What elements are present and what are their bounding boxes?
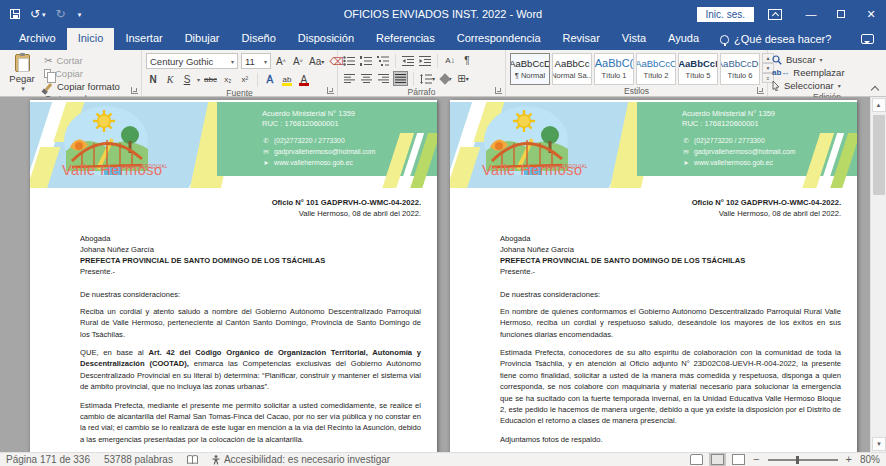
style-item[interactable]: AaBbCcD¶ Normal [510, 53, 550, 85]
phone-number: (02)2773220 / 2773300 [274, 136, 345, 147]
increase-indent-icon[interactable] [418, 53, 432, 68]
tab-disposición[interactable]: Disposición [287, 28, 365, 50]
letterhead: Valle Hermoso GAD PARROQUIAL Acuerdo Min… [30, 102, 437, 188]
zoom-out-icon[interactable]: − [753, 454, 759, 465]
oficio-date: Valle Hermoso, 08 de abril del 2022. [500, 208, 841, 219]
zoom-in-icon[interactable]: + [846, 454, 852, 465]
highlight-color-button[interactable]: ab [280, 72, 294, 87]
scissors-icon: ✂ [44, 56, 52, 66]
style-item[interactable]: AaBbCcNormal Sa... [552, 53, 592, 85]
document-page[interactable]: Valle Hermoso GAD PARROQUIAL Acuerdo Min… [30, 100, 437, 452]
justify-icon[interactable] [393, 71, 408, 86]
tab-revisar[interactable]: Revisar [552, 28, 611, 50]
tab-vista[interactable]: Vista [611, 28, 657, 50]
style-item[interactable]: AaBbC(Título 1 [594, 53, 634, 85]
email-icon: ✉ [262, 147, 270, 157]
vertical-scrollbar[interactable]: ▲ ▼ [870, 97, 886, 452]
tab-correspondencia[interactable]: Correspondencia [446, 28, 552, 50]
read-mode-icon[interactable] [690, 454, 703, 465]
tab-dibujar[interactable]: Dibujar [174, 28, 231, 50]
style-item[interactable]: AaBbCcITítulo 5 [678, 53, 718, 85]
font-family-select[interactable]: Century Gothic▾ [146, 53, 238, 69]
lightbulb-icon [720, 35, 729, 44]
word-count[interactable]: 53788 palabras [104, 454, 173, 465]
numbering-icon[interactable] [359, 53, 373, 68]
font-size-select[interactable]: 11▾ [241, 53, 271, 69]
paragraph-group: A↓ ¶ ▾ ▾ ⊞▾ Párrafo [338, 50, 506, 96]
web-icon: ➤ [262, 158, 270, 168]
sort-icon[interactable]: A↓ [443, 53, 457, 68]
clipboard-dialog-launcher-icon[interactable] [131, 87, 138, 94]
editing-group: Buscar▾ ab↔ Reemplazar Seleccionar▾ Edic… [768, 50, 886, 96]
scroll-down-icon[interactable]: ▼ [872, 437, 886, 451]
customize-qat-icon[interactable]: ▾ [76, 11, 82, 18]
paragraph-dialog-launcher-icon[interactable] [495, 87, 502, 94]
align-right-icon[interactable] [376, 71, 390, 86]
underline-dropdown-icon[interactable]: ▾ [197, 76, 200, 83]
sign-in-button[interactable]: Inic. ses. [697, 7, 754, 22]
show-marks-icon[interactable]: ¶ [460, 53, 474, 68]
styles-group: AaBbCcD¶ NormalAaBbCcNormal Sa...AaBbC(T… [506, 50, 768, 96]
multilevel-list-icon[interactable] [376, 53, 390, 68]
scroll-up-icon[interactable]: ▲ [872, 98, 886, 112]
accessibility-status[interactable]: Accesibilidad: es necesario investigar [212, 454, 390, 465]
style-item[interactable]: AaBbCcCTítulo 2 [636, 53, 676, 85]
undo-icon[interactable]: ↺▾ [30, 8, 46, 20]
select-button[interactable]: Seleccionar▾ [772, 80, 845, 91]
italic-button[interactable]: K [163, 72, 177, 87]
tab-diseño[interactable]: Diseño [231, 28, 287, 50]
font-dialog-launcher-icon[interactable] [327, 87, 334, 94]
tab-inicio[interactable]: Inicio [67, 28, 115, 50]
strikethrough-button[interactable]: abc [203, 72, 218, 87]
cut-button[interactable]: ✂ Cortar [44, 55, 120, 66]
line-spacing-icon[interactable]: ▾ [419, 71, 436, 86]
replace-button[interactable]: ab↔ Reemplazar [772, 67, 845, 78]
align-center-icon[interactable] [359, 71, 373, 86]
zoom-slider-thumb[interactable] [796, 456, 799, 464]
tab-ayuda[interactable]: Ayuda [657, 28, 710, 50]
save-icon[interactable] [10, 9, 20, 19]
zoom-level[interactable]: 80% [860, 454, 880, 465]
style-item[interactable]: AaBbCcDcTítulo 6 [720, 53, 760, 85]
document-page[interactable]: Valle Hermoso GAD PARROQUIAL Acuerdo Min… [450, 100, 857, 452]
tab-archivo[interactable]: Archivo [8, 28, 67, 50]
letter-content: Oficio N° 102 GADPRVH-O-WMC-04-2022. Val… [450, 188, 857, 452]
restore-button[interactable] [826, 0, 856, 28]
change-case-button[interactable]: Aa▾ [308, 54, 325, 69]
tab-insertar[interactable]: Insertar [114, 28, 173, 50]
close-button[interactable]: ✕ [856, 0, 886, 28]
text-effects-button[interactable]: A [263, 72, 277, 87]
styles-dialog-launcher-icon[interactable] [757, 87, 764, 94]
copy-button[interactable]: Copiar [44, 68, 120, 79]
pages-container: Valle Hermoso GAD PARROQUIAL Acuerdo Min… [0, 97, 886, 452]
page-indicator[interactable]: Página 171 de 336 [6, 454, 90, 465]
collapse-ribbon-icon[interactable] [870, 85, 880, 93]
shrink-font-button[interactable]: A˅ [291, 54, 305, 69]
decrease-indent-icon[interactable] [401, 53, 415, 68]
ribbon-display-options-icon[interactable] [768, 9, 782, 20]
comments-icon[interactable] [861, 34, 874, 44]
bullets-icon[interactable] [342, 53, 356, 68]
bold-button[interactable]: N [146, 72, 160, 87]
superscript-button[interactable]: x² [238, 72, 252, 87]
letterhead: Valle Hermoso GAD PARROQUIAL Acuerdo Min… [450, 102, 857, 188]
web-layout-icon[interactable] [732, 454, 745, 465]
proofing-icon[interactable] [187, 455, 198, 465]
tell-me-box[interactable]: ¿Qué desea hacer? [710, 28, 841, 50]
minimize-button[interactable]: — [796, 0, 826, 28]
paste-button[interactable]: Pegar ▾ [4, 53, 40, 93]
zoom-slider[interactable] [768, 459, 838, 461]
find-button[interactable]: Buscar▾ [772, 54, 845, 65]
shading-icon[interactable]: ▾ [439, 71, 453, 86]
align-left-icon[interactable] [342, 71, 356, 86]
scrollbar-thumb[interactable] [873, 115, 885, 195]
tab-referencias[interactable]: Referencias [365, 28, 446, 50]
underline-button[interactable]: S [180, 72, 194, 87]
redo-icon[interactable]: ↻ [56, 8, 66, 20]
subscript-button[interactable]: x₂ [221, 72, 235, 87]
grow-font-button[interactable]: A˄ [274, 54, 288, 69]
borders-icon[interactable]: ⊞▾ [456, 71, 470, 86]
print-layout-icon[interactable] [711, 454, 724, 465]
font-color-button[interactable]: A [297, 72, 311, 87]
email-address: gadprvallehermoso@hotmail.com [274, 147, 375, 158]
